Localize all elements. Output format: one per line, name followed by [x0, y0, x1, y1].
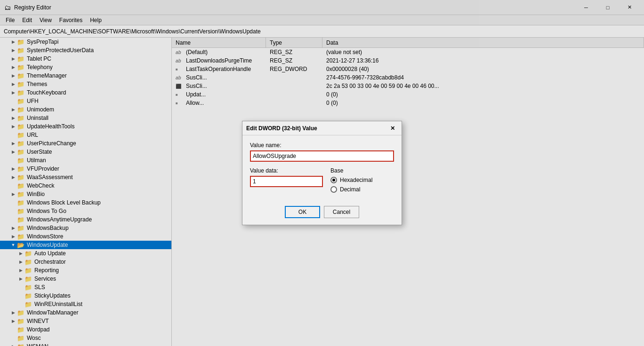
- value-data-input[interactable]: [250, 176, 323, 187]
- dialog-close-button[interactable]: ✕: [387, 123, 398, 134]
- radio-hexadecimal-btn: [330, 177, 337, 183]
- radio-decimal-label: Decimal: [340, 186, 360, 193]
- dialog-title-bar: Edit DWORD (32-bit) Value ✕: [242, 121, 402, 135]
- value-name-label: Value name:: [250, 142, 394, 149]
- dialog-body: Value name: Value data: Base Hexadecimal…: [242, 135, 402, 202]
- value-data-label: Value data:: [250, 167, 323, 174]
- edit-dword-dialog: Edit DWORD (32-bit) Value ✕ Value name: …: [242, 121, 402, 225]
- modal-overlay: Edit DWORD (32-bit) Value ✕ Value name: …: [0, 0, 644, 346]
- radio-decimal-btn: [330, 186, 337, 193]
- radio-hexadecimal[interactable]: Hexadecimal: [330, 177, 394, 183]
- base-section: Base Hexadecimal Decimal: [330, 167, 394, 196]
- dialog-ok-button[interactable]: OK: [285, 206, 320, 218]
- radio-decimal[interactable]: Decimal: [330, 186, 394, 193]
- dialog-cancel-button[interactable]: Cancel: [324, 206, 359, 218]
- dialog-title: Edit DWORD (32-bit) Value: [246, 125, 387, 132]
- dialog-footer: OK Cancel: [242, 202, 402, 225]
- base-title: Base: [330, 167, 394, 174]
- radio-hexadecimal-label: Hexadecimal: [340, 177, 372, 183]
- value-name-input[interactable]: [250, 150, 394, 162]
